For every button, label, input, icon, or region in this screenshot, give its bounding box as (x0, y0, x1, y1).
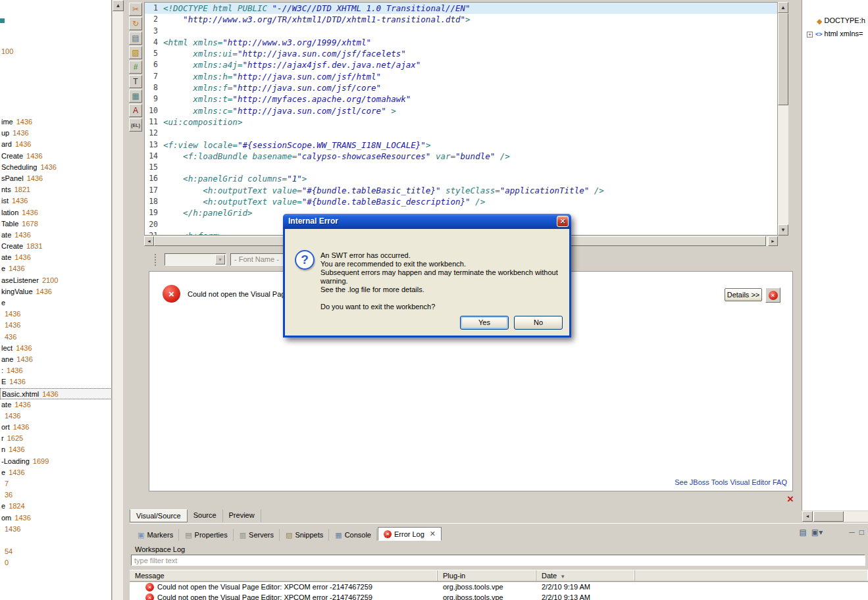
code-line[interactable]: 7 xmlns:h="http://java.sun.com/jsf/html" (145, 71, 777, 82)
list-item[interactable]: Table1678 (0, 218, 112, 230)
tab-servers[interactable]: ▥Servers (234, 529, 280, 541)
list-item[interactable]: 1436 (0, 524, 112, 535)
code-line[interactable]: 6 xmlns:a4j="https://ajax4jsf.dev.java.n… (145, 59, 777, 70)
open-log-icon[interactable]: ▤ (800, 528, 807, 537)
list-item[interactable]: :1436 (0, 365, 112, 376)
code-line[interactable]: 13<f:view locale="#{sessionScope.WW_TRAN… (145, 139, 777, 151)
preview-button[interactable]: ▤ (129, 32, 142, 45)
list-item[interactable]: Create1436 (0, 151, 112, 162)
list-item[interactable]: ane1436 (0, 354, 112, 365)
list-item[interactable]: e1436 (0, 467, 112, 478)
tab-properties[interactable]: ▤Properties (180, 529, 234, 541)
el-expression-button[interactable]: {EL} (129, 118, 142, 132)
export-button[interactable]: ▨ (129, 46, 142, 59)
column-header-date[interactable]: Date▼ (536, 570, 635, 581)
code-line[interactable]: 18 <h:outputText value="#{bundle.tableBa… (145, 196, 777, 207)
close-icon[interactable]: ✕ (430, 530, 436, 538)
scroll-down-icon[interactable]: ▼ (778, 224, 788, 236)
list-item[interactable]: om1436 (0, 512, 112, 524)
list-item[interactable]: Basic.xhtml1436 (0, 388, 112, 399)
tab-console[interactable]: ▦Console (330, 529, 377, 541)
list-item[interactable]: sPanel1436 (0, 173, 112, 184)
list-item[interactable]: nts1821 (0, 184, 112, 195)
code-line[interactable]: 14 <f:loadBundle basename="calypso-showc… (145, 151, 777, 162)
code-line[interactable]: 17 <h:outputText value="#{bundle.tableBa… (145, 185, 777, 196)
scrollbar-thumb[interactable] (778, 13, 788, 105)
outline-horizontal-scrollbar[interactable]: ◄ (802, 511, 868, 522)
list-item[interactable]: ist1436 (0, 195, 112, 207)
outline-item[interactable]: ◆DOCTYPE:h (802, 14, 868, 26)
column-header-plugin[interactable]: Plug-in (438, 570, 536, 581)
maximize-icon[interactable]: □ (859, 528, 864, 537)
tab-markers[interactable]: ▣Markers (132, 529, 179, 541)
tab-visual-source[interactable]: Visual/Source (130, 509, 188, 522)
list-item[interactable]: e1824 (0, 501, 112, 512)
list-item[interactable]: ard1436 (0, 139, 112, 150)
list-item[interactable]: ate1436 (0, 399, 112, 411)
list-item[interactable]: r1625 (0, 433, 112, 444)
dialog-title-bar[interactable]: Internal Error ✕ (283, 214, 571, 229)
scroll-right-icon[interactable]: ► (768, 236, 778, 246)
list-item[interactable]: e (0, 297, 112, 309)
code-line[interactable]: 10 xmlns:c="http://java.sun.com/jstl/cor… (145, 105, 777, 116)
list-item[interactable]: 1436 (0, 320, 112, 331)
editor-vertical-scrollbar[interactable]: ▲ ▼ (778, 2, 788, 236)
refresh-button[interactable]: ↻ (129, 17, 142, 30)
expand-icon[interactable]: + (807, 32, 813, 38)
list-item[interactable]: e1436 (0, 263, 112, 274)
list-item[interactable]: lect1436 (0, 343, 112, 354)
table-row[interactable]: ×Could not open the Visual Page Editor: … (130, 593, 868, 600)
list-item[interactable]: lation1436 (0, 207, 112, 218)
list-item[interactable]: 1436 (0, 309, 112, 320)
list-item[interactable]: ate1436 (0, 252, 112, 263)
tab-source[interactable]: Source (188, 509, 223, 522)
list-item[interactable]: -Loading1699 (0, 456, 112, 467)
table-row[interactable]: ×Could not open the Visual Page Editor: … (130, 582, 868, 593)
yes-button[interactable]: Yes (460, 316, 509, 330)
code-line[interactable]: 8 xmlns:f="http://java.sun.com/jsf/core" (145, 82, 777, 93)
code-line[interactable]: 16 <h:panelGrid columns="1"> (145, 173, 777, 184)
details-button[interactable]: Details >> (725, 288, 762, 301)
list-item[interactable]: ate1436 (0, 230, 112, 241)
cut-button[interactable]: ✂ (129, 3, 142, 16)
code-line[interactable]: 2 "http://www.w3.org/TR/xhtml1/DTD/xhtml… (145, 14, 777, 25)
view-menu-icon[interactable]: ▣▾ (811, 528, 823, 537)
code-line[interactable]: 4<html xmlns="http://www.w3.org/1999/xht… (145, 37, 777, 48)
list-item[interactable] (0, 535, 112, 546)
list-item[interactable]: Create1831 (0, 241, 112, 252)
source-editor[interactable]: 1<!DOCTYPE html PUBLIC "-//W3C//DTD XHTM… (144, 2, 778, 236)
code-line[interactable]: 15 (145, 162, 777, 173)
list-item[interactable]: E1436 (0, 376, 112, 388)
tab-snippets[interactable]: ▧Snippets (280, 529, 329, 541)
chevron-down-icon[interactable]: ▼ (215, 255, 225, 264)
tab-preview[interactable]: Preview (223, 509, 261, 522)
image-button[interactable]: ▦ (129, 89, 142, 103)
code-line[interactable]: 11<ui:composition> (145, 116, 777, 128)
faq-link[interactable]: See JBoss Tools Visual Editor FAQ (675, 478, 787, 486)
code-line[interactable]: 1<!DOCTYPE html PUBLIC "-//W3C//DTD XHTM… (145, 3, 777, 14)
list-item[interactable]: Scheduling1436 (0, 162, 112, 173)
toolbar-drag-handle[interactable] (155, 254, 157, 266)
scroll-up-icon[interactable]: ▲ (113, 0, 124, 11)
code-line[interactable]: 9 xmlns:t="http://myfaces.apache.org/tom… (145, 93, 777, 105)
list-item[interactable]: 54 (0, 546, 112, 557)
scroll-left-icon[interactable]: ◄ (144, 236, 154, 246)
filter-input[interactable] (131, 555, 865, 566)
text-button[interactable]: T (129, 75, 142, 88)
list-item[interactable]: 7 (0, 478, 112, 489)
scrollbar-thumb[interactable] (813, 511, 844, 522)
scroll-left-icon[interactable]: ◄ (802, 511, 813, 522)
bundle-button[interactable]: # (129, 61, 142, 74)
list-item[interactable]: up1436 (0, 128, 112, 139)
column-header-message[interactable]: Message (130, 570, 438, 581)
code-line[interactable]: 3 (145, 26, 777, 37)
list-item[interactable]: 1436 (0, 411, 112, 422)
list-item[interactable]: ort1436 (0, 422, 112, 433)
tab-error-log[interactable]: ×Error Log✕ (378, 527, 442, 541)
scroll-up-icon[interactable]: ▲ (778, 2, 788, 13)
style-button[interactable]: A (129, 104, 142, 117)
list-item[interactable]: 0 (0, 557, 112, 568)
list-item[interactable]: n1436 (0, 444, 112, 455)
list-item[interactable]: 36 (0, 489, 112, 501)
outline-item[interactable]: +<>html xmlns= (802, 28, 868, 39)
